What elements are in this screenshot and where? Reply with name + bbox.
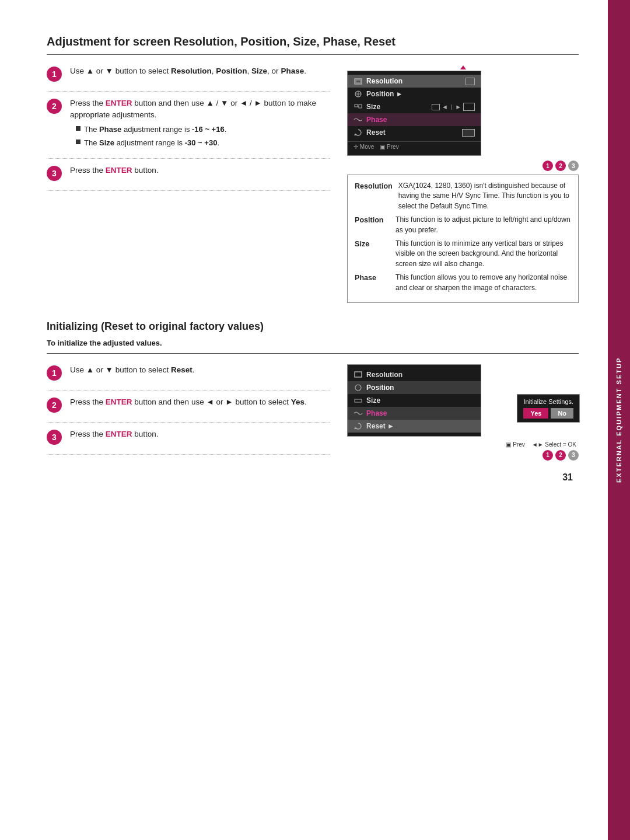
bullet1: The Phase adjustment range is -16 ~ +16. xyxy=(76,124,330,135)
step2-2-row: 2 Press the ENTER button and then use ◄ … xyxy=(47,396,330,416)
step-ind-2: 2 xyxy=(555,161,566,171)
menu-item-phase: Phase xyxy=(348,113,481,126)
menu-item-position-left: Position ► xyxy=(354,89,403,99)
menu2-resolution-label: Resolution xyxy=(366,371,402,379)
no-button[interactable]: No xyxy=(551,408,573,419)
reset-icon xyxy=(354,128,363,137)
menu-area-2: Resolution xyxy=(347,364,579,448)
menu2-item-resolution-left: Resolution xyxy=(354,370,402,379)
info-desc-phase: This function allows you to remove any h… xyxy=(396,273,571,293)
step2-3-circle: 3 xyxy=(47,430,62,445)
svg-rect-6 xyxy=(359,104,362,108)
section1-two-col: 1 Use ▲ or ▼ button to select Resolution… xyxy=(47,65,579,303)
bullet-sq-2 xyxy=(76,140,80,144)
section1-left: 1 Use ▲ or ▼ button to select Resolution… xyxy=(47,65,330,303)
info-term-position: Position xyxy=(355,215,390,226)
svg-rect-1 xyxy=(356,80,360,83)
step3-text: Press the ENTER button. xyxy=(70,165,330,176)
menu-area-1: Resolution xyxy=(347,65,579,156)
menu2-size-label: Size xyxy=(366,396,380,405)
section1-right: Resolution xyxy=(347,65,579,303)
bullet-sq-1 xyxy=(76,126,80,131)
menu-item-size-left: Size xyxy=(354,102,380,111)
menu2-position-icon xyxy=(354,383,363,392)
menu-bottom-1: ✛ Move ▣ Prev xyxy=(348,141,481,152)
menu-box-2: Resolution xyxy=(347,364,481,437)
init-buttons: Yes No xyxy=(523,408,573,419)
menu2-item-reset: Reset ► xyxy=(348,420,481,433)
info-term-phase: Phase xyxy=(355,273,390,284)
step2-1-text: Use ▲ or ▼ button to select Reset. xyxy=(70,364,330,376)
info-desc-position: This function is to adjust picture to le… xyxy=(396,215,571,235)
main-content: Adjustment for screen Resolution, Positi… xyxy=(0,0,608,840)
step2-2-circle: 2 xyxy=(47,398,62,413)
step-indicators-2: 1 2 3 xyxy=(347,450,579,461)
position-label: Position ► xyxy=(366,90,403,98)
menu-item-size: Size ◄ | ► xyxy=(348,100,481,113)
step2-3-row: 3 Press the ENTER button. xyxy=(47,428,330,448)
svg-rect-5 xyxy=(355,104,358,107)
step2-circle: 2 xyxy=(47,99,62,114)
divider-light-1 xyxy=(47,91,330,92)
phase-icon xyxy=(354,115,363,124)
step-indicators-1: 1 2 3 xyxy=(347,161,579,171)
menu2-reset-icon xyxy=(354,421,363,431)
menu2-item-resolution: Resolution xyxy=(348,368,481,381)
menu2-item-position-left: Position xyxy=(354,383,394,392)
step2-ind-3: 3 xyxy=(568,450,579,461)
menu2-item-phase-left: Phase xyxy=(354,409,387,418)
step2-2-text: Press the ENTER button and then use ◄ or… xyxy=(70,396,330,408)
step1-text: Use ▲ or ▼ button to select Resolution, … xyxy=(70,65,330,77)
menu2-size-icon xyxy=(354,396,363,405)
svg-rect-11 xyxy=(355,399,362,402)
init-popup: Initialize Settings. Yes No xyxy=(517,394,580,423)
section2-two-col: 1 Use ▲ or ▼ button to select Reset. 2 P… xyxy=(47,364,579,461)
section2-subtitle: To initialize the adjusted values. xyxy=(47,339,579,347)
menu-item-phase-left: Phase xyxy=(354,115,387,124)
size-label: Size xyxy=(366,103,380,111)
menu2-position-label: Position xyxy=(366,384,394,392)
section1-title: Adjustment for screen Resolution, Positi… xyxy=(47,35,579,48)
menu-item-resolution: Resolution xyxy=(348,75,481,88)
size-box-large xyxy=(463,103,475,111)
divider2-light-2 xyxy=(47,422,330,423)
menu-item-reset-left: Reset xyxy=(354,128,386,137)
menu-item-resolution-left: Resolution xyxy=(354,76,402,86)
move-label: ✛ Move xyxy=(354,144,374,150)
section2-right: Resolution xyxy=(347,364,579,461)
menu2-bottom: ▣ Prev ◄► Select = OK xyxy=(347,441,579,448)
info-row-resolution: Resolution XGA(1024, 1280, 1360) isn't d… xyxy=(355,181,571,211)
step-ind-1: 1 xyxy=(542,161,553,171)
menu2-item-size: Size xyxy=(348,394,481,407)
menu-item-position: Position ► xyxy=(348,88,481,100)
yes-button[interactable]: Yes xyxy=(523,408,548,419)
menu2-item-size-left: Size xyxy=(354,396,380,405)
menu-prev-label: ▣ Prev xyxy=(380,144,398,150)
step1-row: 1 Use ▲ or ▼ button to select Resolution… xyxy=(47,65,330,85)
step2-row: 2 Press the ENTER button and then use ▲ … xyxy=(47,97,330,152)
svg-point-10 xyxy=(355,385,361,391)
resolution-label: Resolution xyxy=(366,77,402,85)
position-icon xyxy=(354,89,363,99)
info-table: Resolution XGA(1024, 1280, 1360) isn't d… xyxy=(347,175,579,303)
info-desc-resolution: XGA(1024, 1280, 1360) isn't distinguishe… xyxy=(398,181,571,211)
size-slider: ◄ | ► xyxy=(432,103,475,111)
size-box-small xyxy=(432,104,440,110)
menu2-reset-label: Reset ► xyxy=(366,422,394,430)
bullet2: The Size adjustment range is -30 ~ +30. xyxy=(76,137,330,149)
reset-label: Reset xyxy=(366,128,386,137)
init-popup-label: Initialize Settings. xyxy=(523,398,573,405)
section2-left: 1 Use ▲ or ▼ button to select Reset. 2 P… xyxy=(47,364,330,461)
menu2-item-phase: Phase xyxy=(348,407,481,420)
menu-item-reset: Reset xyxy=(348,126,481,139)
step2-3-text: Press the ENTER button. xyxy=(70,428,330,440)
info-term-resolution: Resolution xyxy=(355,181,393,192)
menu-box-1: Resolution xyxy=(347,71,481,156)
menu2-prev-label: ▣ Prev xyxy=(506,441,524,448)
step-ind-3: 3 xyxy=(568,161,579,171)
section2-divider xyxy=(47,353,579,354)
info-row-phase: Phase This function allows you to remove… xyxy=(355,273,571,293)
divider-light-3 xyxy=(47,190,330,191)
triangle-up-icon xyxy=(460,65,466,69)
step2-ind-1: 1 xyxy=(542,450,553,461)
